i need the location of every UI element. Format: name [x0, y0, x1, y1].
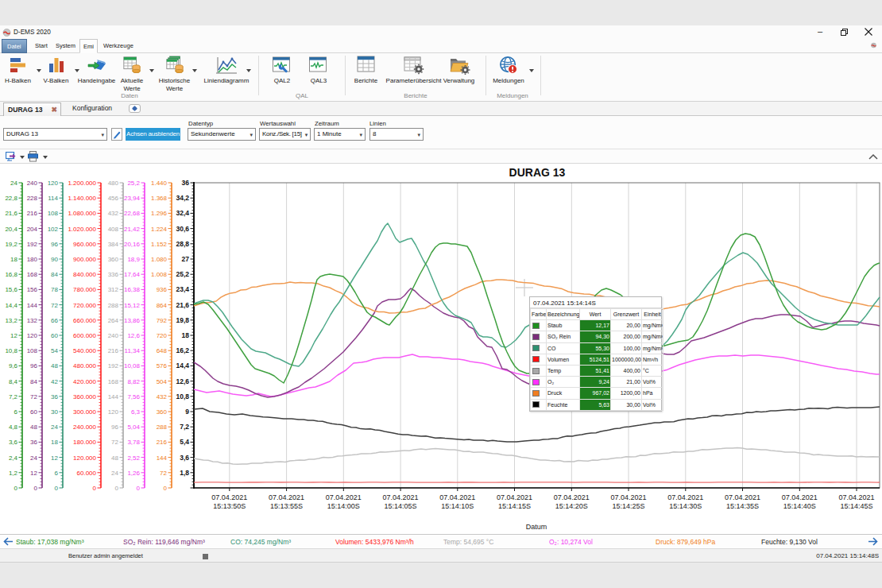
svg-text:360.000: 360.000 — [73, 393, 96, 400]
svg-text:10,8: 10,8 — [176, 393, 189, 400]
svg-text:540.000: 540.000 — [73, 347, 96, 354]
svg-text:1.080.000: 1.080.000 — [68, 210, 96, 217]
svg-text:14,4: 14,4 — [176, 362, 189, 369]
svg-text:84: 84 — [51, 271, 58, 278]
svg-text:300.000: 300.000 — [73, 408, 96, 416]
svg-text:96: 96 — [111, 424, 118, 431]
svg-text:216: 216 — [157, 439, 168, 446]
svg-text:144: 144 — [157, 455, 168, 462]
svg-text:3,6: 3,6 — [180, 454, 189, 462]
svg-text:23,4: 23,4 — [176, 285, 189, 293]
svg-text:9,6: 9,6 — [9, 362, 18, 369]
svg-text:120: 120 — [48, 180, 59, 187]
svg-text:78: 78 — [51, 286, 58, 293]
svg-text:1,26: 1,26 — [127, 470, 140, 477]
svg-text:19,8: 19,8 — [176, 316, 189, 324]
svg-text:1.152: 1.152 — [151, 241, 168, 248]
svg-text:1.140.000: 1.140.000 — [68, 195, 96, 202]
svg-text:720: 720 — [157, 332, 168, 339]
svg-text:456: 456 — [108, 195, 119, 202]
svg-text:5,4: 5,4 — [180, 438, 189, 446]
svg-text:27: 27 — [182, 255, 190, 263]
svg-text:36: 36 — [51, 393, 58, 400]
svg-text:48: 48 — [51, 362, 58, 369]
svg-text:60: 60 — [30, 408, 37, 416]
svg-text:10,08: 10,08 — [124, 362, 141, 369]
svg-text:240.000: 240.000 — [73, 424, 96, 431]
svg-text:408: 408 — [108, 226, 119, 233]
svg-text:12: 12 — [51, 455, 58, 462]
svg-text:648: 648 — [157, 347, 168, 354]
svg-text:72: 72 — [30, 393, 37, 400]
svg-text:16,2: 16,2 — [176, 346, 189, 354]
svg-text:20,4: 20,4 — [5, 226, 17, 233]
svg-text:15:14:35S: 15:14:35S — [726, 502, 759, 510]
svg-text:54: 54 — [51, 347, 58, 354]
svg-text:07.04.2021: 07.04.2021 — [554, 493, 590, 501]
svg-text:24: 24 — [30, 455, 37, 462]
svg-text:900.000: 900.000 — [73, 256, 96, 263]
svg-text:0: 0 — [55, 485, 59, 492]
svg-text:15:14:45S: 15:14:45S — [840, 502, 872, 510]
svg-text:228: 228 — [27, 195, 38, 202]
svg-text:15:14:40S: 15:14:40S — [783, 502, 816, 510]
svg-text:2,4: 2,4 — [9, 455, 18, 462]
svg-text:15:14:05S: 15:14:05S — [385, 502, 417, 510]
svg-text:34,2: 34,2 — [176, 194, 189, 202]
svg-text:07.04.2021: 07.04.2021 — [667, 493, 703, 501]
svg-text:1.224: 1.224 — [151, 226, 168, 233]
svg-text:07.04.2021: 07.04.2021 — [269, 493, 304, 501]
svg-text:19,2: 19,2 — [5, 241, 17, 248]
svg-text:576: 576 — [157, 362, 168, 369]
svg-text:15:14:00S: 15:14:00S — [327, 502, 360, 510]
svg-text:21,42: 21,42 — [124, 226, 141, 233]
svg-text:432: 432 — [108, 210, 119, 217]
svg-text:480: 480 — [108, 180, 119, 187]
svg-text:7,56: 7,56 — [127, 393, 140, 400]
svg-text:432: 432 — [157, 393, 168, 400]
svg-text:15:13:55S: 15:13:55S — [270, 502, 303, 510]
svg-text:18: 18 — [10, 256, 17, 263]
svg-text:240: 240 — [108, 332, 119, 339]
svg-text:16,8: 16,8 — [5, 271, 17, 278]
svg-text:1.008: 1.008 — [151, 271, 168, 278]
svg-text:DURAG 13: DURAG 13 — [509, 166, 566, 179]
svg-text:32,4: 32,4 — [176, 209, 189, 217]
svg-text:24: 24 — [111, 470, 118, 477]
svg-text:96: 96 — [51, 241, 58, 248]
svg-text:264: 264 — [108, 317, 119, 324]
svg-text:120: 120 — [27, 332, 38, 339]
svg-text:108: 108 — [48, 210, 59, 217]
svg-text:28,8: 28,8 — [176, 240, 189, 248]
svg-text:60: 60 — [51, 332, 58, 339]
svg-text:240: 240 — [27, 180, 38, 187]
svg-text:7,2: 7,2 — [9, 393, 18, 400]
svg-text:288: 288 — [108, 302, 119, 309]
svg-text:288: 288 — [157, 424, 168, 431]
svg-text:3,78: 3,78 — [127, 439, 140, 446]
svg-text:07.04.2021: 07.04.2021 — [838, 493, 874, 501]
svg-text:72: 72 — [51, 302, 58, 309]
svg-text:720.000: 720.000 — [73, 302, 96, 309]
svg-text:66: 66 — [51, 317, 58, 324]
svg-text:07.04.2021: 07.04.2021 — [782, 493, 818, 501]
svg-text:0: 0 — [137, 485, 141, 492]
svg-text:204: 204 — [27, 226, 38, 233]
svg-text:15:13:50S: 15:13:50S — [213, 502, 246, 510]
svg-text:07.04.2021: 07.04.2021 — [610, 493, 646, 501]
svg-text:792: 792 — [157, 317, 168, 324]
svg-text:72: 72 — [160, 470, 167, 477]
svg-text:18,9: 18,9 — [127, 256, 140, 263]
svg-text:180: 180 — [27, 256, 38, 263]
svg-text:07.04.2021: 07.04.2021 — [725, 493, 760, 501]
svg-text:660.000: 660.000 — [73, 317, 96, 324]
svg-text:07.04.2021: 07.04.2021 — [383, 493, 419, 501]
svg-text:8,82: 8,82 — [127, 378, 140, 385]
svg-text:0: 0 — [164, 485, 168, 492]
svg-text:960.000: 960.000 — [73, 241, 96, 248]
svg-text:42: 42 — [51, 378, 58, 385]
svg-text:180.000: 180.000 — [73, 439, 96, 446]
svg-text:12,6: 12,6 — [176, 377, 189, 385]
svg-text:23,94: 23,94 — [124, 195, 141, 202]
svg-text:21,6: 21,6 — [5, 210, 17, 217]
